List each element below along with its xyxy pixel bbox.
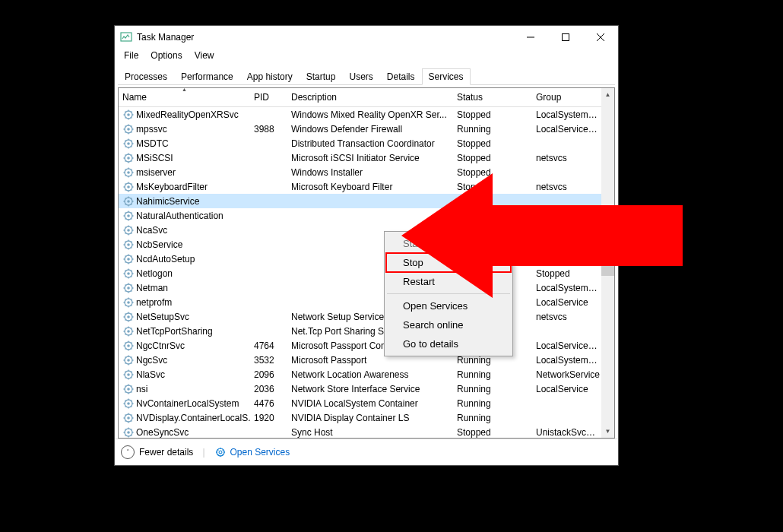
cell-status: Stopped bbox=[453, 109, 532, 120]
table-row[interactable]: NetSetupSvcNetwork Setup ServiceStoppedn… bbox=[119, 309, 614, 324]
fewer-details-button[interactable]: ˄ Fewer details bbox=[121, 445, 193, 459]
table-body[interactable]: MixedRealityOpenXRSvcWindows Mixed Reali… bbox=[119, 107, 614, 438]
cell-status: Running bbox=[453, 398, 532, 409]
svg-point-19 bbox=[127, 229, 130, 232]
table-row[interactable]: NgcSvc3532Microsoft PassportRunningLocal… bbox=[119, 353, 614, 367]
menu-options[interactable]: Options bbox=[144, 49, 188, 65]
table-row[interactable]: NetTcpPortSharingNet.Tcp Port Sharing Se… bbox=[119, 324, 614, 338]
svg-point-33 bbox=[127, 330, 130, 333]
table-row[interactable]: mpssvc3988Windows Defender FirewallRunni… bbox=[119, 122, 614, 136]
cell-status: R bbox=[453, 196, 532, 207]
tab-users[interactable]: Users bbox=[342, 68, 379, 85]
svg-point-7 bbox=[127, 142, 130, 145]
close-button[interactable] bbox=[583, 26, 618, 49]
table-row[interactable]: MSDTCDistributed Transaction Coordinator… bbox=[119, 136, 614, 150]
cell-pid: 3532 bbox=[250, 355, 287, 366]
maximize-button[interactable] bbox=[548, 26, 583, 49]
statusbar: ˄ Fewer details | Open Services bbox=[115, 439, 618, 465]
menu-item-restart[interactable]: Restart bbox=[386, 272, 511, 291]
cell-name: NaturalAuthentication bbox=[119, 210, 250, 222]
menu-item-search-online[interactable]: Search online bbox=[386, 315, 511, 334]
table-row[interactable]: NVDisplay.ContainerLocalS...1920NVIDIA D… bbox=[119, 410, 614, 425]
table-row[interactable]: NetlogonStopped bbox=[119, 266, 614, 280]
scroll-down-arrow[interactable]: ▼ bbox=[601, 425, 614, 438]
svg-point-13 bbox=[127, 185, 130, 188]
tab-services[interactable]: Services bbox=[422, 68, 471, 85]
open-services-link[interactable]: Open Services bbox=[214, 446, 290, 458]
svg-point-31 bbox=[127, 315, 130, 318]
table-row[interactable]: nsi2036Network Store Interface ServiceRu… bbox=[119, 382, 614, 396]
cell-group: LocalServiceN... bbox=[532, 254, 605, 264]
table-row[interactable]: NlaSvc2096Network Location AwarenessRunn… bbox=[119, 367, 614, 382]
cell-name: netprofm bbox=[119, 296, 250, 309]
table-row[interactable]: NaturalAuthentication bbox=[119, 208, 614, 223]
cell-name: NgcCtnrSvc bbox=[119, 340, 250, 352]
cell-name: nsi bbox=[119, 383, 250, 395]
svg-point-39 bbox=[127, 373, 130, 376]
svg-point-3 bbox=[127, 113, 130, 116]
tab-app-history[interactable]: App history bbox=[240, 68, 300, 85]
cell-name: NcdAutoSetup bbox=[119, 253, 250, 265]
tab-strip: ProcessesPerformanceApp historyStartupUs… bbox=[118, 68, 615, 85]
minimize-button[interactable] bbox=[513, 26, 548, 49]
svg-point-17 bbox=[127, 214, 130, 217]
cell-name: NcbService bbox=[119, 239, 250, 251]
scroll-up-arrow[interactable]: ▲ bbox=[601, 88, 614, 101]
tab-performance[interactable]: Performance bbox=[174, 68, 240, 85]
column-description[interactable]: Description bbox=[287, 88, 453, 106]
context-menu: StartStopRestartOpen ServicesSearch onli… bbox=[384, 231, 513, 356]
cell-name: Netlogon bbox=[119, 268, 250, 280]
table-row[interactable]: msiserverWindows InstallerStopped bbox=[119, 165, 614, 179]
table-row[interactable]: NahimicServiceR bbox=[119, 194, 614, 208]
cell-group: LocalSystemN... bbox=[532, 355, 605, 366]
scroll-thumb[interactable] bbox=[601, 260, 614, 276]
svg-point-29 bbox=[127, 301, 130, 304]
task-manager-window: Task Manager FileOptionsView ProcessesPe… bbox=[114, 25, 619, 466]
cell-group: netsvcs bbox=[532, 182, 605, 192]
vertical-scrollbar[interactable]: ▲ ▼ bbox=[601, 88, 614, 438]
table-row[interactable]: NetmanRunningLocalSystemN... bbox=[119, 280, 614, 295]
table-row[interactable]: NvContainerLocalSystem4476NVIDIA LocalSy… bbox=[119, 396, 614, 410]
open-services-label: Open Services bbox=[230, 447, 290, 458]
column-group[interactable]: Group bbox=[532, 88, 605, 106]
tab-processes[interactable]: Processes bbox=[118, 68, 174, 85]
table-row[interactable]: NcaSvc bbox=[119, 223, 614, 237]
menu-item-open-services[interactable]: Open Services bbox=[386, 296, 511, 315]
tab-startup[interactable]: Startup bbox=[300, 68, 343, 85]
menu-item-go-to-details[interactable]: Go to details bbox=[386, 334, 511, 353]
cell-name: NetSetupSvc bbox=[119, 311, 250, 323]
menu-item-stop[interactable]: Stop bbox=[386, 253, 511, 272]
cell-name: NcaSvc bbox=[119, 224, 250, 236]
cell-pid: 2096 bbox=[250, 369, 287, 380]
table-row[interactable]: NgcCtnrSvc4764Microsoft Passport Contain… bbox=[119, 338, 614, 353]
column-name[interactable]: Name▲ bbox=[119, 88, 250, 106]
chevron-up-icon: ˄ bbox=[121, 445, 135, 459]
table-row[interactable]: OneSyncSvcSync HostStoppedUnistackSvcGr.… bbox=[119, 425, 614, 438]
cell-description: Network Store Interface Service bbox=[287, 384, 453, 394]
cell-group: r bbox=[532, 239, 605, 250]
column-pid[interactable]: PID bbox=[250, 88, 287, 106]
table-row[interactable]: NcdAutoSetupRuLocalServiceN... bbox=[119, 252, 614, 266]
cell-status: Stopped bbox=[453, 182, 532, 192]
table-row[interactable]: MixedRealityOpenXRSvcWindows Mixed Reali… bbox=[119, 107, 614, 122]
cell-status: Stopped bbox=[453, 138, 532, 149]
svg-point-35 bbox=[127, 344, 130, 347]
cell-name: Netman bbox=[119, 282, 250, 294]
table-row[interactable]: NcbServicer bbox=[119, 237, 614, 252]
tab-details[interactable]: Details bbox=[380, 68, 422, 85]
cell-group: LocalService bbox=[532, 384, 605, 394]
table-row[interactable]: MSiSCSIMicrosoft iSCSI Initiator Service… bbox=[119, 150, 614, 165]
menu-file[interactable]: File bbox=[118, 49, 144, 65]
svg-point-9 bbox=[127, 157, 130, 160]
column-status[interactable]: Status bbox=[453, 88, 532, 106]
cell-description: Windows Installer bbox=[287, 167, 453, 178]
cell-status: Running bbox=[453, 124, 532, 135]
cell-pid: 4476 bbox=[250, 398, 287, 409]
cell-name: MixedRealityOpenXRSvc bbox=[119, 109, 250, 121]
cell-name: NvContainerLocalSystem bbox=[119, 397, 250, 410]
svg-point-15 bbox=[127, 200, 130, 203]
table-row[interactable]: MsKeyboardFilterMicrosoft Keyboard Filte… bbox=[119, 179, 614, 194]
table-row[interactable]: netprofmRunningLocalService bbox=[119, 295, 614, 309]
cell-pid: 4764 bbox=[250, 340, 287, 351]
menu-view[interactable]: View bbox=[189, 49, 220, 65]
